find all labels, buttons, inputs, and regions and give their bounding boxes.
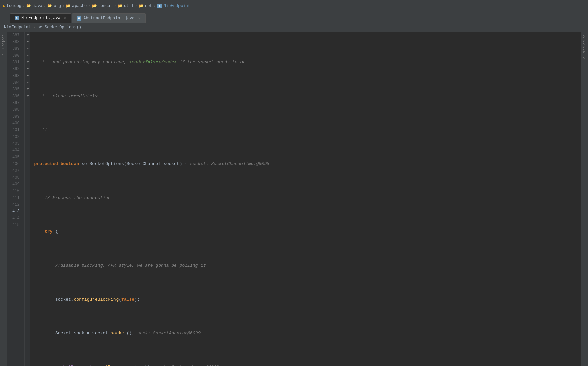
left-panel: 1: Project: [0, 32, 7, 366]
nav-class[interactable]: NioEndpoint: [4, 25, 31, 30]
right-panel: Z: Structure: [581, 32, 588, 366]
breadcrumb-java[interactable]: java: [33, 4, 42, 8]
code-content[interactable]: * and processing may continue, <code>fal…: [30, 32, 581, 366]
tab-nioendpoint[interactable]: C NioEndpoint.java ✕: [10, 13, 71, 23]
nav-breadcrumb: NioEndpoint › setSocketOptions(): [0, 23, 588, 32]
main-layout: 1: Project 387 388 389 390 391 392 393 3…: [0, 32, 588, 366]
line-402: 402: [10, 134, 22, 140]
line-415: 415: [10, 222, 22, 228]
line-413: 413: [10, 208, 22, 215]
breadcrumb-icon-tomdog: ▶: [3, 3, 5, 9]
line-406: 406: [10, 161, 22, 167]
line-393: 393: [10, 73, 22, 79]
line-404: 404: [10, 147, 22, 154]
line-394: 394: [10, 79, 22, 86]
left-panel-label[interactable]: 1: Project: [1, 33, 6, 56]
code-line-388: * close immediately: [33, 93, 578, 100]
breadcrumb-class[interactable]: NioEndpoint: [164, 4, 190, 8]
breadcrumb-apache[interactable]: apache: [72, 4, 87, 8]
line-388: 388: [10, 39, 22, 45]
breadcrumb-icon-class: C: [158, 4, 162, 8]
tab-abstractendpoint-close[interactable]: ✕: [136, 16, 141, 21]
line-392: 392: [10, 66, 22, 73]
breadcrumb-tomdog[interactable]: tomdog: [7, 4, 21, 8]
breadcrumb-icon-util: 📂: [118, 4, 123, 8]
code-line-390: protected boolean setSocketOptions(Socke…: [33, 161, 578, 167]
title-bar: ▶ tomdog › 📂 java › 📂 org › 📂 apache › 📂…: [0, 0, 588, 12]
breadcrumb-tomcat[interactable]: tomcat: [98, 4, 113, 8]
nav-method[interactable]: setSocketOptions(): [37, 25, 81, 30]
code-line-391: // Process the connection: [33, 195, 578, 201]
line-389: 389: [10, 45, 22, 52]
code-line-393: //disable blocking, APR style, we are go…: [33, 262, 578, 269]
line-414: 414: [10, 215, 22, 222]
tab-abstractendpoint-label: AbstractEndpoint.java: [83, 16, 134, 21]
line-410: 410: [10, 188, 22, 195]
line-412: 412: [10, 201, 22, 208]
breadcrumb-icon-tomcat: 📂: [92, 4, 97, 8]
breadcrumb-net[interactable]: net: [145, 4, 152, 8]
tab-bar: C NioEndpoint.java ✕ C AbstractEndpoint.…: [0, 12, 588, 23]
line-numbers: 387 388 389 390 391 392 393 394 395 396 …: [7, 32, 25, 366]
code-container[interactable]: 387 388 389 390 391 392 393 394 395 396 …: [7, 32, 581, 366]
line-397: 397: [10, 100, 22, 106]
breadcrumb-icon-java: 📂: [26, 4, 31, 8]
right-panel-label[interactable]: Z: Structure: [582, 33, 587, 60]
code-line-387: * and processing may continue, <code>fal…: [33, 59, 578, 66]
breadcrumb-icon-apache: 📂: [66, 4, 71, 8]
line-400: 400: [10, 120, 22, 127]
breadcrumb-icon-org: 📂: [47, 4, 52, 8]
breadcrumb-util[interactable]: util: [124, 4, 134, 8]
line-409: 409: [10, 181, 22, 188]
code-line-395: Socket sock = socket.socket(); sock: Soc…: [33, 330, 578, 337]
line-405: 405: [10, 154, 22, 161]
breadcrumb: ▶ tomdog › 📂 java › 📂 org › 📂 apache › 📂…: [3, 3, 190, 9]
gutter: ▼ ▼ ▼ ▼ ▼ ▼ ▼ ▼ ▼: [25, 32, 30, 366]
tab-nioendpoint-icon: C: [15, 16, 19, 20]
line-398: 398: [10, 106, 22, 113]
line-408: 408: [10, 174, 22, 181]
line-396: 396: [10, 93, 22, 100]
code-line-394: socket.configureBlocking(false);: [33, 296, 578, 303]
tab-abstractendpoint-icon: C: [77, 16, 81, 21]
line-403: 403: [10, 140, 22, 147]
tab-abstractendpoint[interactable]: C AbstractEndpoint.java ✕: [72, 13, 146, 23]
code-line-392: try {: [33, 228, 578, 235]
line-390: 390: [10, 52, 22, 59]
line-391: 391: [10, 59, 22, 66]
line-407: 407: [10, 167, 22, 174]
code-line-396: socketProperties.setProperties(sock); so…: [33, 364, 578, 366]
code-editor[interactable]: 387 388 389 390 391 392 393 394 395 396 …: [7, 32, 581, 366]
tab-nioendpoint-label: NioEndpoint.java: [21, 16, 60, 20]
line-387: 387: [10, 32, 22, 39]
line-395: 395: [10, 86, 22, 93]
tab-nioendpoint-close[interactable]: ✕: [62, 16, 67, 20]
breadcrumb-icon-net: 📂: [139, 4, 144, 8]
line-399: 399: [10, 113, 22, 120]
line-411: 411: [10, 195, 22, 201]
line-401: 401: [10, 127, 22, 134]
breadcrumb-org[interactable]: org: [54, 4, 61, 8]
code-line-389: */: [33, 127, 578, 134]
